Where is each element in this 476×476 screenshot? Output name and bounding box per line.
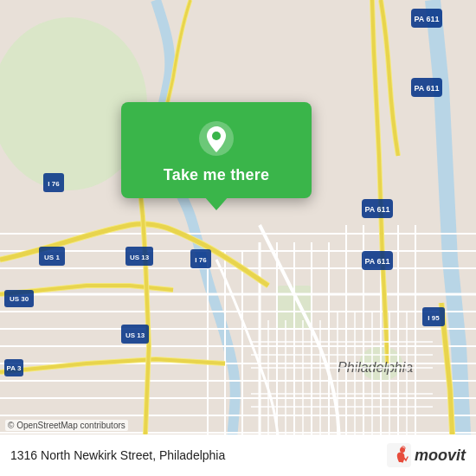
svg-text:PA 611: PA 611: [414, 84, 439, 93]
svg-text:I 95: I 95: [428, 314, 440, 322]
osm-attribution: © OpenStreetMap contributors: [5, 420, 128, 431]
svg-text:PA 611: PA 611: [364, 257, 389, 266]
svg-text:PA 611: PA 611: [364, 205, 389, 214]
map-background: PA 611 PA 611 PA 611 PA 611 US 1 US 13 U…: [0, 0, 476, 476]
svg-text:PA 611: PA 611: [414, 15, 439, 23]
take-me-there-button[interactable]: Take me there: [164, 166, 269, 184]
bottom-bar: 1316 North Newkirk Street, Philadelphia …: [0, 434, 476, 476]
map-container: PA 611 PA 611 PA 611 PA 611 US 1 US 13 U…: [0, 0, 476, 476]
moovit-logo-text: moovit: [415, 447, 466, 465]
moovit-logo: moovit: [387, 443, 466, 467]
location-pin-icon: [197, 119, 235, 158]
location-popup[interactable]: Take me there: [121, 102, 312, 198]
svg-text:US 30: US 30: [10, 295, 29, 303]
moovit-brand-icon: [387, 443, 411, 467]
svg-text:US 13: US 13: [125, 331, 145, 339]
svg-text:I 76: I 76: [195, 256, 207, 264]
svg-text:US 13: US 13: [130, 254, 150, 261]
svg-point-71: [212, 132, 221, 140]
svg-text:I 76: I 76: [48, 180, 60, 188]
svg-text:PA 3: PA 3: [7, 364, 22, 372]
svg-text:US 1: US 1: [44, 254, 60, 261]
address-text: 1316 North Newkirk Street, Philadelphia: [10, 448, 225, 462]
